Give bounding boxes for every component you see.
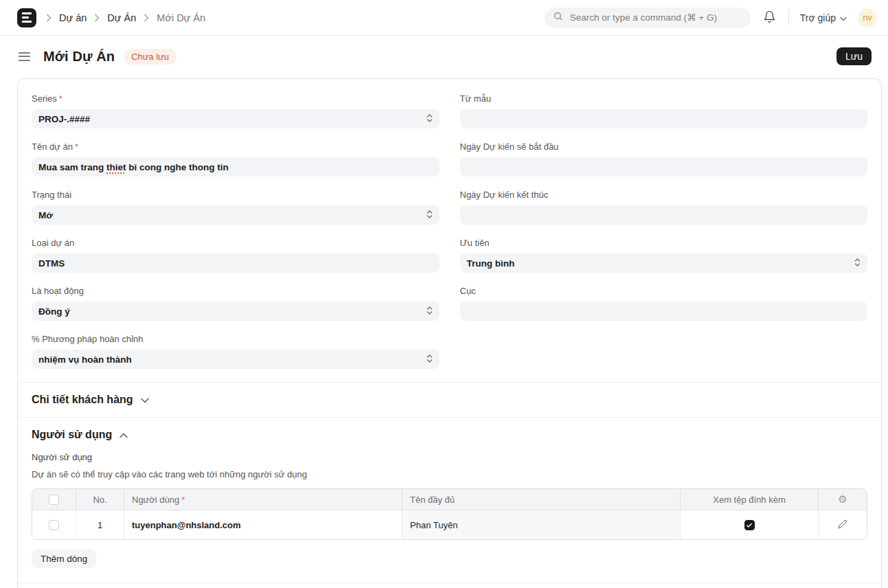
misspelled-word: thiet xyxy=(106,162,126,172)
chevron-right-icon xyxy=(144,14,149,22)
section-title: Chi tiết khách hàng xyxy=(32,394,133,406)
input-value: bi cong nghe thong tin xyxy=(126,162,229,172)
help-label: Trợ giúp xyxy=(800,12,836,23)
priority-select[interactable]: Trung bình xyxy=(460,253,868,273)
select-value: Trung bình xyxy=(467,258,515,269)
next-section-divider xyxy=(18,583,881,583)
section-customer-details-toggle[interactable]: Chi tiết khách hàng xyxy=(18,383,881,417)
expected-start-date-input[interactable] xyxy=(460,157,868,177)
select-value: Đồng ý xyxy=(38,306,70,317)
search-input[interactable] xyxy=(569,12,742,23)
field-tu-mau: Từ mẫu xyxy=(460,93,868,128)
avatar-initials: nv xyxy=(863,12,872,23)
status-select[interactable]: Mở xyxy=(32,205,440,225)
chevron-up-icon xyxy=(119,429,128,441)
field-la-hoat-dong: Là hoạt động Đồng ý xyxy=(32,286,440,321)
users-field-label: Người sử dụng xyxy=(32,452,867,462)
section-users: Người sử dụng Người sử dụng Dự án sẽ có … xyxy=(18,417,881,583)
table-header-row: No. Người dùng* Tên đầy đủ Xem tệp đính … xyxy=(32,489,867,510)
section-customer-details: Chi tiết khách hàng xyxy=(18,382,881,417)
field-percent-complete-method: % Phương pháp hoàn chỉnh nhiệm vụ hoàn t… xyxy=(32,334,440,369)
select-chevrons-icon xyxy=(426,354,433,365)
section-title: Người sử dụng xyxy=(32,429,112,441)
field-label: Cục xyxy=(460,286,476,296)
field-ten-du-an: Tên dự án* Mua sam trang thiet bi cong n… xyxy=(32,142,440,177)
column-header-user: Người dùng xyxy=(132,495,179,505)
breadcrumb: Dự án Dự Án Mới Dự Án xyxy=(46,12,205,23)
users-table: No. Người dùng* Tên đầy đủ Xem tệp đính … xyxy=(32,488,867,540)
select-all-checkbox[interactable] xyxy=(49,495,59,505)
breadcrumb-current: Mới Dự Án xyxy=(157,12,205,23)
field-label: Tên dự án xyxy=(32,142,73,152)
app-logo[interactable] xyxy=(17,8,36,27)
navbar-divider xyxy=(788,10,789,25)
chevron-right-icon xyxy=(46,14,52,22)
row-number: 1 xyxy=(76,510,124,539)
input-value: Mua sam trang xyxy=(38,162,106,172)
template-input[interactable] xyxy=(460,109,868,128)
field-uu-tien: Ưu tiên Trung bình xyxy=(460,238,868,273)
required-asterisk: * xyxy=(181,495,185,505)
project-type-input[interactable]: DTMS xyxy=(32,253,440,273)
column-header-no: No. xyxy=(76,489,124,510)
field-loai-du-an: Loại dự án DTMS xyxy=(32,238,440,273)
required-asterisk: * xyxy=(59,93,62,104)
field-label: Loại dự án xyxy=(32,238,74,248)
top-navbar: Dự án Dự Án Mới Dự Án Trợ giúp xyxy=(0,0,888,36)
project-name-input[interactable]: Mua sam trang thiet bi cong nghe thong t… xyxy=(32,157,440,177)
breadcrumb-item[interactable]: Dự Án xyxy=(107,12,136,23)
select-chevrons-icon xyxy=(426,113,433,125)
edit-row-pencil-icon[interactable] xyxy=(838,519,847,529)
field-label: Là hoạt động xyxy=(32,286,84,296)
sidebar-toggle-button[interactable] xyxy=(17,51,32,63)
status-badge: Chưa lưu xyxy=(124,49,177,65)
avatar[interactable]: nv xyxy=(858,8,877,27)
chevron-down-icon xyxy=(141,394,149,406)
field-trang-thai: Trạng thái Mở xyxy=(32,190,440,225)
expected-end-date-input[interactable] xyxy=(460,205,868,225)
page-title: Mới Dự Án xyxy=(43,49,115,65)
field-label: Từ mẫu xyxy=(460,93,492,104)
field-label: % Phương pháp hoàn chỉnh xyxy=(32,334,144,344)
chevron-down-icon xyxy=(840,12,847,23)
help-menu[interactable]: Trợ giúp xyxy=(800,12,847,23)
is-active-select[interactable]: Đồng ý xyxy=(32,302,440,321)
row-checkbox[interactable] xyxy=(49,520,59,530)
user-email-cell[interactable]: tuyenphan@nhsland.com xyxy=(132,520,241,530)
select-value: PROJ-.#### xyxy=(38,114,90,124)
field-series: Series* PROJ-.#### xyxy=(32,93,440,128)
form-card: Series* PROJ-.#### Từ mẫu Tên dự án* Mua… xyxy=(17,78,882,588)
search-icon xyxy=(553,11,563,24)
form-grid: Series* PROJ-.#### Từ mẫu Tên dự án* Mua… xyxy=(18,79,881,382)
add-row-button[interactable]: Thêm dòng xyxy=(32,550,96,568)
full-name-cell: Phan Tuyên xyxy=(402,510,681,539)
page-header: Mới Dự Án Chưa lưu Lưu xyxy=(0,36,888,78)
select-chevrons-icon xyxy=(426,210,433,221)
section-users-toggle[interactable]: Người sử dụng xyxy=(18,418,881,445)
table-row: 1 tuyenphan@nhsland.com Phan Tuyên xyxy=(32,510,867,539)
save-button[interactable]: Lưu xyxy=(836,47,872,65)
field-label: Ưu tiên xyxy=(460,238,490,248)
percent-complete-method-select[interactable]: nhiệm vụ hoàn thành xyxy=(32,350,440,369)
field-label: Trạng thái xyxy=(32,190,71,200)
select-chevrons-icon xyxy=(426,306,433,317)
chevron-right-icon xyxy=(94,14,100,22)
column-header-attachments: Xem tệp đính kèm xyxy=(681,489,819,510)
view-attachments-checkbox[interactable] xyxy=(744,520,755,530)
navbar-right: Trợ giúp nv xyxy=(545,8,877,28)
table-settings-gear-icon[interactable]: ⚙ xyxy=(838,493,847,505)
field-label: Ngày Dự kiến kết thúc xyxy=(460,190,549,200)
field-label: Series xyxy=(32,93,57,104)
users-field-description: Dự án sẽ có thể truy cập vào các trang w… xyxy=(32,469,867,479)
global-search[interactable] xyxy=(545,8,751,28)
input-value: DTMS xyxy=(38,258,65,269)
notifications-button[interactable] xyxy=(762,9,777,27)
breadcrumb-item[interactable]: Dự án xyxy=(59,12,87,23)
column-header-full-name: Tên đầy đủ xyxy=(402,489,681,510)
series-select[interactable]: PROJ-.#### xyxy=(32,109,440,128)
select-value: nhiệm vụ hoàn thành xyxy=(38,354,132,365)
required-asterisk: * xyxy=(75,142,78,152)
field-ngay-bat-dau: Ngày Dự kiến sẽ bắt đầu xyxy=(460,142,868,177)
bell-icon xyxy=(763,10,776,25)
department-input[interactable] xyxy=(460,302,868,321)
